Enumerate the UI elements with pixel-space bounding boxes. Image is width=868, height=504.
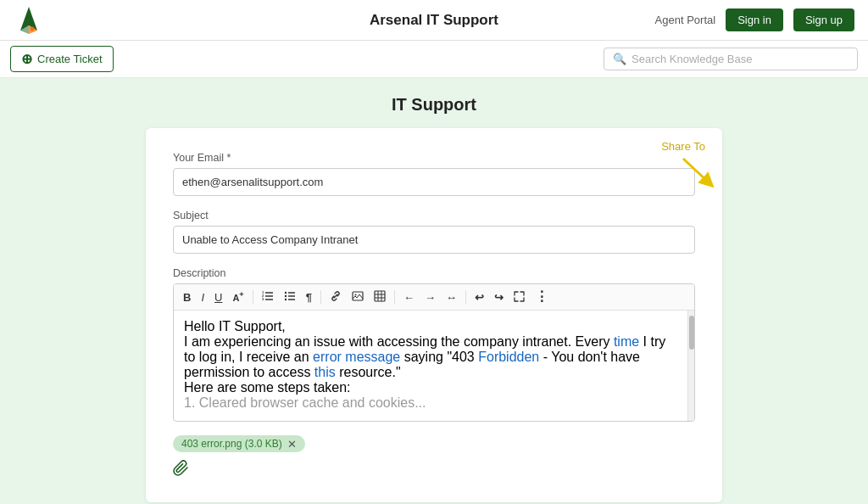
search-container: 🔍: [604, 48, 858, 70]
arrow-right-button[interactable]: →: [420, 289, 440, 305]
editor-scroll-area: Hello IT Support, I am experiencing an i…: [174, 311, 694, 421]
text-blue-time: time: [614, 334, 639, 349]
svg-point-19: [354, 294, 356, 296]
editor-wrapper: B I U A+ 123 ¶: [173, 283, 695, 422]
attach-icon-area: [173, 459, 695, 482]
attach-file-button[interactable]: [173, 459, 190, 482]
email-label: Your Email *: [173, 152, 695, 164]
toolbar-sep-1: [253, 290, 253, 304]
attachment-name: 403 error.png (3.0 KB): [181, 438, 282, 450]
desc-line-3: Here are some steps taken:: [184, 380, 677, 395]
desc-line-4: 1. Cleared browser cache and cookies...: [184, 395, 677, 411]
svg-point-13: [285, 295, 287, 297]
subject-group: Subject: [173, 210, 695, 254]
email-input[interactable]: [173, 168, 695, 196]
toolbar-sep-4: [465, 290, 466, 304]
search-icon: 🔍: [613, 53, 626, 65]
description-label: Description: [173, 267, 695, 279]
bold-button[interactable]: B: [179, 289, 195, 305]
main-content: IT Support Share To Your Email * Subject…: [0, 78, 868, 504]
undo-button[interactable]: ↩: [470, 289, 488, 305]
svg-text:3: 3: [262, 297, 264, 301]
header: Arsenal IT Support Agent Portal Sign in …: [0, 0, 868, 41]
svg-rect-20: [375, 291, 385, 301]
editor-scrollbar[interactable]: [687, 311, 694, 421]
svg-line-5: [683, 159, 709, 182]
attachment-close-button[interactable]: ✕: [287, 439, 297, 450]
ordered-list-button[interactable]: 123: [258, 288, 278, 306]
toolbar-sep-2: [320, 290, 321, 304]
desc-line-2: I am experiencing an issue with accessin…: [184, 334, 677, 380]
logo: [14, 5, 44, 36]
header-right: Agent Portal Sign in Sign up: [655, 8, 854, 31]
unordered-list-button[interactable]: [280, 288, 300, 306]
arrow-annotation: [675, 150, 717, 193]
create-ticket-label: Create Ticket: [37, 53, 103, 65]
signin-button[interactable]: Sign in: [726, 8, 783, 31]
subject-label: Subject: [173, 210, 695, 221]
email-group: Your Email *: [173, 152, 695, 196]
create-ticket-button[interactable]: ⊕ Create Ticket: [10, 46, 114, 72]
search-input[interactable]: [632, 53, 849, 65]
text-blue-forbidden: Forbidden: [478, 350, 539, 364]
attachment-filename: 403 error.png: [181, 438, 242, 450]
logo-icon: [14, 5, 44, 36]
form-card: Share To Your Email * Subject Descriptio…: [146, 128, 722, 502]
fullscreen-button[interactable]: [509, 288, 529, 306]
page-toolbar: ⊕ Create Ticket 🔍: [0, 41, 868, 78]
attachment-size: (3.0 KB): [245, 438, 282, 450]
svg-point-12: [285, 292, 287, 294]
desc-line-1: Hello IT Support,: [184, 319, 677, 334]
image-button[interactable]: [348, 288, 368, 306]
redo-button[interactable]: ↪: [490, 289, 508, 305]
attachment-area: 403 error.png (3.0 KB) ✕: [173, 435, 695, 452]
underline-button[interactable]: U: [210, 289, 226, 305]
more-options-button[interactable]: ⋮: [531, 288, 553, 306]
svg-point-14: [285, 299, 287, 300]
signup-button[interactable]: Sign up: [793, 8, 854, 31]
editor-content[interactable]: Hello IT Support, I am experiencing an i…: [174, 311, 687, 421]
italic-button[interactable]: I: [197, 289, 209, 305]
toolbar-sep-3: [394, 290, 395, 304]
attachment-badge: 403 error.png (3.0 KB) ✕: [173, 435, 305, 452]
page-title: IT Support: [392, 95, 476, 115]
svg-point-3: [31, 26, 35, 31]
table-button[interactable]: [370, 288, 390, 306]
description-group: Description B I U A+ 123 ¶: [173, 267, 695, 422]
subject-input[interactable]: [173, 226, 695, 254]
agent-portal-link[interactable]: Agent Portal: [655, 14, 716, 26]
arrows-button[interactable]: ↔: [442, 289, 461, 305]
editor-toolbar: B I U A+ 123 ¶: [174, 284, 694, 311]
link-button[interactable]: [326, 288, 346, 306]
header-title: Arsenal IT Support: [370, 12, 498, 29]
text-blue-this: this: [314, 365, 336, 379]
paragraph-button[interactable]: ¶: [302, 289, 316, 305]
arrow-left-button[interactable]: ←: [399, 289, 419, 305]
scrollbar-thumb: [689, 316, 694, 350]
text-blue-error: error message: [313, 350, 400, 364]
fontsize-button[interactable]: A+: [228, 288, 248, 305]
plus-icon: ⊕: [21, 51, 32, 67]
